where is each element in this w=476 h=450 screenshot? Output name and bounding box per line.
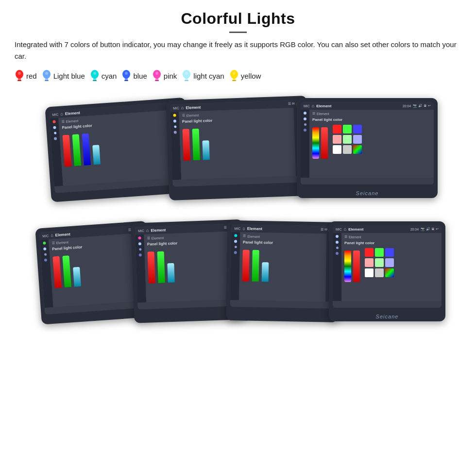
grid-cell-green (343, 125, 352, 133)
color-grid-container-b4 (344, 248, 439, 282)
color-item-blue: blue (121, 69, 147, 83)
color-item-pink: pink (152, 69, 177, 83)
svg-point-7 (45, 72, 48, 75)
color-item-cyan: cyan (90, 69, 117, 83)
color-grid-container-3 (312, 125, 431, 159)
home-icon-b4: ⌂ (344, 227, 346, 232)
grid-cell-rainbow (353, 145, 362, 154)
sidebar-dot-yellow (173, 114, 176, 117)
screen-main-2: ☰ Element Panel light color (179, 108, 296, 180)
sidebar-dot-b4 (174, 131, 177, 133)
color-item-yellow: yellow (229, 69, 261, 83)
sidebar-dot-2 (54, 132, 56, 134)
top-devices-row: MIC ⌂ Element ☰ ✉ 🔒 (15, 98, 461, 198)
bar-red-1 (63, 135, 72, 167)
device-card-2: MIC ⌂ Element ☰ ✉ 🔒 (166, 96, 310, 200)
home-icon-1: ⌂ (60, 111, 63, 116)
home-icon-2: ⌂ (181, 105, 184, 110)
bar-red-2 (183, 129, 190, 160)
svg-rect-2 (17, 80, 21, 81)
bottom-devices-row: MIC ⌂ Element ☰ ✉ 🔒 (15, 221, 461, 321)
svg-rect-22 (185, 80, 188, 81)
color-label-lightcyan: light cyan (193, 72, 224, 80)
grid-row-1 (333, 125, 362, 133)
bar-cyan-1 (92, 145, 101, 165)
color-item-red: red (15, 69, 37, 83)
device-card-b4: MIC ⌂ Element 20:04 📷 🔊 🖥 ↩ (329, 221, 445, 321)
description-text: Integrated with 7 colors of button indic… (15, 39, 461, 62)
color-label-cyan: cyan (102, 72, 117, 80)
time-3: 20:04 (403, 104, 411, 108)
color-indicators-row: red Light blue cyan (15, 69, 461, 83)
home-icon-b2: ⌂ (146, 228, 149, 233)
sidebar-dot-3 (54, 137, 57, 140)
svg-point-19 (155, 72, 158, 75)
bar-green-2 (192, 129, 200, 160)
grid-cell-white (333, 145, 341, 154)
screen-main-b2: ☰ Element Panel light color (144, 232, 233, 302)
svg-rect-26 (232, 80, 236, 81)
color-label-red: red (26, 72, 37, 80)
screen-title-3: Element (316, 104, 400, 108)
svg-point-27 (233, 72, 236, 75)
svg-rect-18 (155, 80, 159, 81)
device-screen-b4: MIC ⌂ Element 20:04 📷 🔊 🖥 ↩ (333, 225, 442, 308)
bulb-icon-yellow (229, 69, 239, 83)
screen-submenu-3: ☰ Element (312, 112, 431, 116)
svg-point-11 (93, 72, 96, 75)
bulb-icon-lightblue (42, 69, 51, 83)
svg-rect-10 (93, 80, 97, 81)
bulb-icon-pink (152, 69, 162, 83)
bar-blue-1 (82, 133, 91, 166)
color-label-pink: pink (164, 72, 177, 80)
screen-main-b3: ☰ Element Panel light color (239, 232, 326, 301)
screen-main-1: ☰ Element Panel light color (58, 110, 177, 186)
color-item-lightcyan: light cyan (182, 69, 224, 83)
grid-cell-lightgreen (343, 135, 352, 144)
home-icon-b1: ⌂ (51, 233, 53, 237)
screen-main-b1: ☰ Element Panel light color (49, 233, 139, 307)
device-screen-2: MIC ⌂ Element ☰ ✉ 🔒 (170, 100, 306, 186)
grid-cell-gray (343, 145, 352, 154)
grid-row-3 (333, 145, 362, 154)
svg-point-15 (125, 72, 128, 75)
mic-icon-3: MIC (304, 104, 310, 108)
sidebar-dot-blue (53, 126, 56, 129)
sidebar-dot-c2 (304, 117, 306, 120)
bulb-icon-lightcyan (182, 69, 191, 83)
screen-sidebar-3 (301, 110, 309, 178)
grid-row-2 (333, 135, 362, 144)
color-bars-1 (62, 125, 173, 167)
grid-cell-pink (333, 135, 341, 144)
top-device-row-container: MIC ⌂ Element ☰ ✉ 🔒 (15, 93, 461, 212)
screen-topbar-b4: MIC ⌂ Element 20:04 📷 🔊 🖥 ↩ (333, 225, 442, 233)
grid-cell-red (333, 125, 341, 133)
device-screen-3: MIC ⌂ Element 20:04 📷 🔊 🖥 ↩ (301, 102, 434, 184)
bulb-icon-red (15, 69, 24, 83)
watermark-bottom: Seicane (329, 312, 445, 321)
mic-icon-2: MIC (173, 106, 179, 110)
color-label-yellow: yellow (241, 72, 261, 80)
sidebar-dot-c4 (304, 129, 306, 132)
title-divider (229, 32, 247, 33)
home-icon-3: ⌂ (312, 103, 314, 108)
svg-point-3 (18, 72, 21, 75)
sidebar-dot-b2 (173, 119, 176, 122)
icons-3: 📷 🔊 🖥 ↩ (413, 104, 431, 108)
bar-green-1 (72, 134, 82, 166)
grid-cell-lightblue (353, 135, 362, 144)
screen-main-3: ☰ Element Panel light color (309, 110, 434, 178)
color-grid-bars-3 (312, 125, 328, 159)
screen-main-b4: ☰ Element Panel light color (341, 233, 442, 301)
color-grid-3 (333, 125, 362, 159)
mic-icon: MIC (52, 113, 58, 117)
page-title: Colorful Lights (15, 10, 461, 28)
svg-rect-14 (124, 80, 128, 81)
sidebar-dot-red (52, 120, 55, 123)
screen-topbar-3: MIC ⌂ Element 20:04 📷 🔊 🖥 ↩ (301, 102, 434, 110)
device-screen-b3: MIC ⌂ Element ☰ ✉ 🔒 (230, 224, 336, 309)
screen-body-b2: ☰ Element Panel light color ↔ (135, 231, 241, 302)
bar-cyan-2 (202, 140, 209, 160)
sidebar-dot-b3 (174, 125, 176, 128)
color-bars-2 (182, 123, 292, 161)
